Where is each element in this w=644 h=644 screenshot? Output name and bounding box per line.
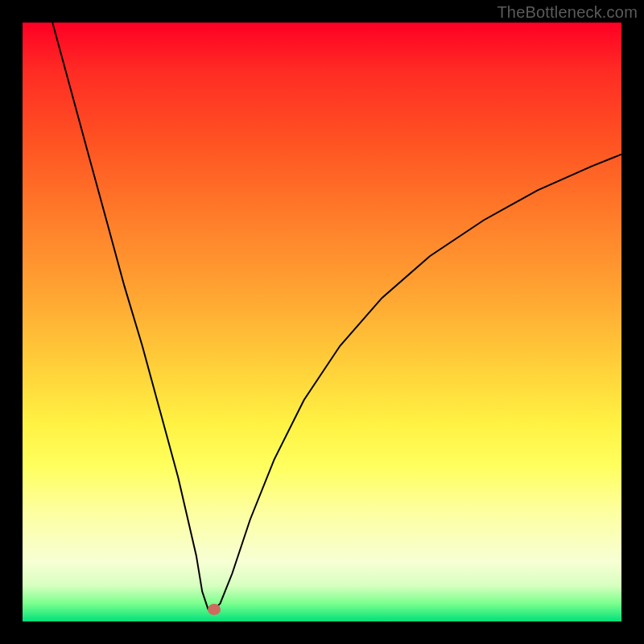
curve-path — [52, 23, 621, 609]
minimum-marker-dot — [208, 604, 221, 615]
chart-frame: TheBottleneck.com — [0, 0, 644, 644]
watermark-text: TheBottleneck.com — [497, 3, 638, 22]
bottleneck-curve — [23, 23, 621, 621]
